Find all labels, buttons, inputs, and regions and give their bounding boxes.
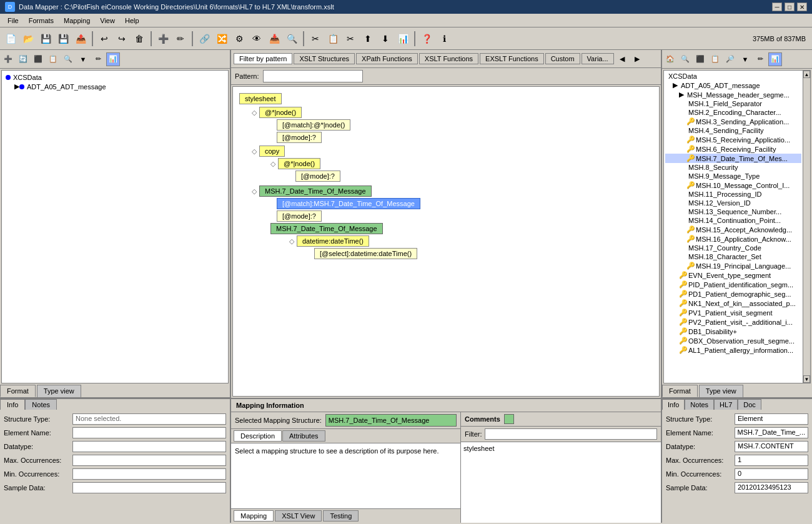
filter-scroll-right[interactable]: ▶ (630, 52, 644, 66)
filter-tab-pattern[interactable]: Filter by pattern (234, 53, 292, 64)
right-tree-item-12[interactable]: MSH.11_Processing_ID (665, 190, 801, 199)
right-tree-item-8[interactable]: 🔑 MSH.7_Date_Time_Of_Mes... (665, 154, 801, 163)
right-tree-item-24[interactable]: 🔑 NK1_Next_of_kin__associated_p... (665, 299, 801, 308)
redo-button[interactable]: ↪ (114, 31, 130, 47)
left-edit-btn[interactable]: ✏ (91, 52, 105, 66)
xslt-node-7[interactable]: MSH.7_Date_Time_Of_Message (259, 185, 372, 197)
comments-icon[interactable] (504, 414, 514, 424)
right-tree-item-10[interactable]: MSH.9_Message_Type (665, 172, 801, 180)
right-tree-item-3[interactable]: MSH.2_Encoding_Character... (665, 108, 801, 117)
help-button[interactable]: ❓ (418, 31, 435, 47)
right-tree-item-17[interactable]: 🔑 MSH.16_Application_Acknow... (665, 234, 801, 244)
import-button[interactable]: 📥 (266, 31, 282, 47)
right-tree-item-6[interactable]: 🔑 MSH.5_Receiving_Applicatio... (665, 135, 801, 144)
left-tree-item-0[interactable]: ▶ ADT_A05_ADT_message (4, 82, 225, 91)
tab-type-view[interactable]: Type view (37, 385, 81, 397)
left-notes-tab[interactable]: Notes (25, 399, 57, 410)
mapping-bottom-tab-xslt[interactable]: XSLT View (275, 510, 322, 522)
new-button[interactable]: 📄 (2, 31, 19, 47)
right-tree-item-21[interactable]: 🔑 EVN_Event_type_segment (665, 270, 801, 280)
filter-tab-varia[interactable]: Varia... (582, 53, 614, 64)
right-tree-item-18[interactable]: MSH.17_Country_Code (665, 244, 801, 252)
save-as-button[interactable]: 💾 (55, 31, 71, 47)
left-refresh-btn[interactable]: 🔄 (16, 52, 30, 66)
map-button[interactable]: 🔗 (196, 31, 212, 47)
export-button[interactable]: 📤 (72, 31, 89, 47)
right-btn-5[interactable]: 🔎 (723, 52, 737, 66)
right-tree-item-11[interactable]: 🔑 MSH.10_Message_Control_I... (665, 180, 801, 190)
close-button[interactable]: ✕ (797, 2, 807, 11)
xslt-canvas[interactable]: stylesheet ◇ @*|node() [@match]:@*|node(… (232, 86, 660, 397)
save-button[interactable]: 💾 (37, 31, 54, 47)
mapping-bottom-tab-testing[interactable]: Testing (323, 510, 359, 522)
right-tree-item-28[interactable]: 🔑 OBX_Observation_result_segme... (665, 336, 801, 345)
left-view-btn[interactable]: 📊 (106, 52, 120, 66)
right-tree-item-4[interactable]: 🔑 MSH.3_Sending_Application... (665, 117, 801, 126)
right-tree-item-19[interactable]: MSH.18_Character_Set (665, 252, 801, 261)
minimize-button[interactable]: ─ (772, 2, 782, 11)
xslt-node-stylesheet[interactable]: stylesheet (239, 93, 282, 104)
right-tree-item-22[interactable]: 🔑 PID_Patient_identification_segm... (665, 280, 801, 289)
format-btn2[interactable]: 📊 (395, 31, 411, 47)
right-btn-7[interactable]: ✏ (753, 52, 767, 66)
cut-button[interactable]: ✂ (342, 31, 359, 47)
menu-mapping[interactable]: Mapping (59, 16, 95, 26)
paste-button[interactable]: 📋 (325, 31, 341, 47)
xslt-node-6[interactable]: [@mode]:? (295, 171, 340, 182)
mapping-bottom-tab-mapping[interactable]: Mapping (234, 510, 274, 522)
right-info-tab[interactable]: Info (662, 399, 685, 410)
right-tree-item-23[interactable]: 🔑 PD1_Patient_demographic_seg... (665, 289, 801, 299)
xslt-node-1[interactable]: @*|node() (259, 107, 302, 118)
preview-button[interactable]: 🔍 (284, 31, 300, 47)
right-tab-type-view[interactable]: Type view (699, 385, 743, 397)
filter-tab-xslt-functions[interactable]: XSLT Functions (419, 53, 478, 64)
right-btn-2[interactable]: 🔍 (678, 52, 692, 66)
xslt-node-8[interactable]: [@match]:MSH.7_Date_Time_Of_Message (277, 198, 420, 209)
left-expand-btn[interactable]: ⬛ (31, 52, 45, 66)
left-filter-btn[interactable]: ▼ (76, 52, 90, 66)
right-tree-item-27[interactable]: 🔑 DB1_Disability+ (665, 327, 801, 336)
move-up-button[interactable]: ⬆ (360, 31, 376, 47)
menu-formats[interactable]: Formats (24, 16, 59, 26)
left-search-btn[interactable]: 🔍 (61, 52, 75, 66)
menu-view[interactable]: View (95, 16, 120, 26)
filter-tab-exslt[interactable]: EXSLT Functions (480, 53, 544, 64)
filter-tab-xpath[interactable]: XPath Functions (356, 53, 418, 64)
xslt-node-4[interactable]: copy (259, 146, 285, 157)
window-controls[interactable]: ─ □ ✕ (772, 2, 807, 11)
right-tree-item-16[interactable]: 🔑 MSH.15_Accept_Acknowledg... (665, 225, 801, 234)
edit-format-button[interactable]: ✏ (172, 31, 189, 47)
right-tree-item-15[interactable]: MSH.14_Continuation_Point... (665, 216, 801, 225)
right-tree-item-20[interactable]: 🔑 MSH.19_Principal_Language... (665, 261, 801, 270)
mapping-sub-tab-attributes[interactable]: Attributes (282, 430, 325, 442)
scroll-up-btn[interactable]: ▲ (803, 71, 810, 78)
right-doc-tab[interactable]: Doc (738, 399, 761, 410)
right-tree-item-1[interactable]: ▶ MSH_Message_header_segme... (665, 90, 801, 99)
right-tree-item-14[interactable]: MSH.13_Sequence_Number... (665, 207, 801, 216)
right-tree-item-2[interactable]: MSH.1_Field_Separator (665, 99, 801, 108)
right-btn-4[interactable]: 📋 (708, 52, 722, 66)
filter-scroll-left[interactable]: ◀ (615, 52, 629, 66)
map2-button[interactable]: 🔀 (214, 31, 230, 47)
filter-tab-custom[interactable]: Custom (545, 53, 580, 64)
left-add-btn[interactable]: ➕ (1, 52, 15, 66)
xslt-node-2[interactable]: [@match]:@*|node() (277, 119, 350, 131)
xslt-node-5[interactable]: @*|node() (278, 158, 320, 169)
right-tree-root[interactable]: XCSData (665, 72, 801, 81)
scroll-down-btn[interactable]: ▼ (803, 375, 810, 383)
right-tree-item-13[interactable]: MSH.12_Version_ID (665, 199, 801, 207)
right-scrollbar[interactable]: ▲ ▼ (803, 71, 810, 383)
xslt-node-3[interactable]: [@mode]:? (277, 132, 322, 143)
comments-filter-input[interactable] (485, 428, 658, 440)
tab-format[interactable]: Format (0, 385, 36, 397)
right-tree-item-25[interactable]: 🔑 PV1_Patient_visit_segment (665, 308, 801, 317)
view-button[interactable]: 👁 (249, 31, 265, 47)
move-down-button[interactable]: ⬇ (377, 31, 394, 47)
right-notes-tab[interactable]: Notes (685, 399, 714, 410)
add-format-button[interactable]: ➕ (155, 31, 171, 47)
right-btn-8[interactable]: 📊 (768, 52, 782, 66)
copy-button[interactable]: ✂ (307, 31, 324, 47)
left-info-tab[interactable]: Info (0, 399, 25, 410)
xslt-node-12[interactable]: [@select]:datetime:dateTime() (314, 248, 417, 259)
left-collapse-btn[interactable]: 📋 (46, 52, 60, 66)
